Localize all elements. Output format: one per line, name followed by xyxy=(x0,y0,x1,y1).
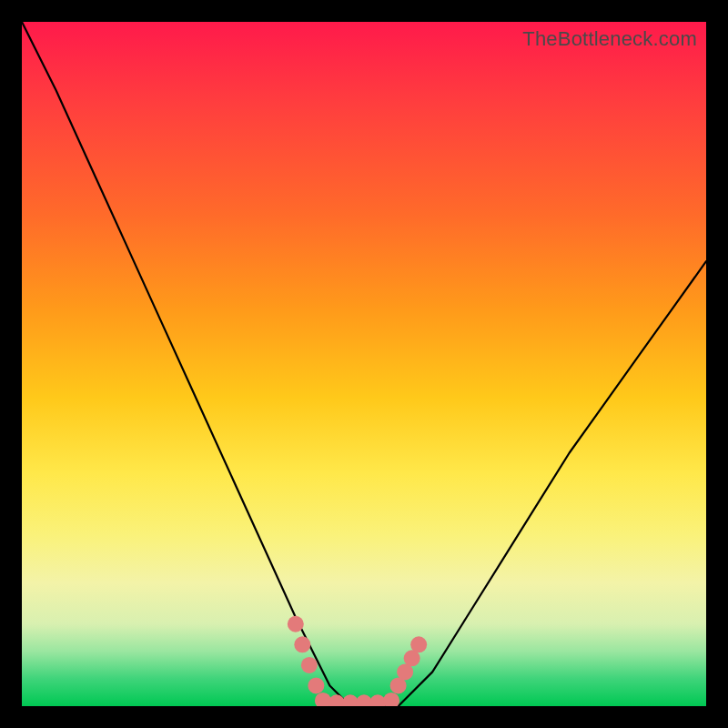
curve-layer xyxy=(22,22,706,706)
marker-dot xyxy=(301,657,318,673)
marker-dot xyxy=(288,616,304,632)
marker-dot xyxy=(410,636,427,652)
bottleneck-curve-path xyxy=(22,22,706,706)
plot-area: TheBottleneck.com xyxy=(22,22,706,706)
marker-dot xyxy=(308,677,324,693)
chart-frame: TheBottleneck.com xyxy=(0,0,728,728)
marker-dot xyxy=(383,693,399,706)
marker-dots xyxy=(288,616,427,706)
marker-dot xyxy=(294,636,310,652)
